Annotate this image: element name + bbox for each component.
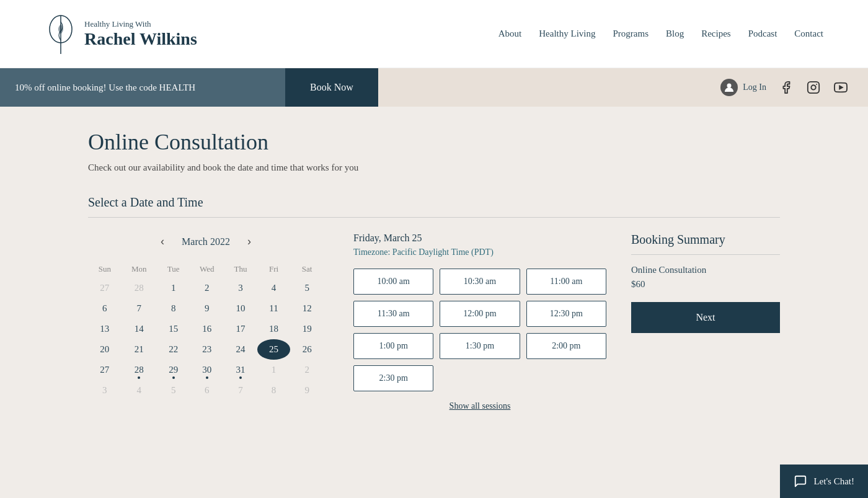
time-slot-button[interactable]: 2:00 pm <box>526 333 606 359</box>
day-header-tue: Tue <box>157 260 190 278</box>
time-slot-button[interactable]: 1:30 pm <box>440 333 520 359</box>
show-all-sessions-link[interactable]: Show all sessions <box>353 401 606 411</box>
chat-label: Let's Chat! <box>813 476 854 487</box>
calendar-day[interactable]: 22 <box>157 339 190 360</box>
calendar-day[interactable]: 2 <box>290 360 324 380</box>
calendar-day[interactable]: 4 <box>257 278 291 298</box>
calendar-day[interactable]: 7 <box>122 298 157 319</box>
calendar-day[interactable]: 30 <box>190 360 224 380</box>
time-slot-button[interactable]: 12:30 pm <box>526 301 606 327</box>
nav-contact[interactable]: Contact <box>794 29 823 39</box>
calendar-time-area: ‹ March 2022 › Sun Mon Tue Wed <box>88 233 606 411</box>
calendar-day[interactable]: 14 <box>122 319 157 339</box>
calendar-day[interactable]: 26 <box>290 339 324 360</box>
page-title: Online Consultation <box>88 129 780 155</box>
svg-rect-3 <box>808 82 819 93</box>
calendar-day[interactable]: 16 <box>190 319 224 339</box>
instagram-icon[interactable] <box>806 80 821 95</box>
calendar-day[interactable]: 5 <box>290 278 324 298</box>
calendar-day[interactable]: 8 <box>257 380 291 401</box>
time-slot-button[interactable]: 10:00 am <box>353 269 433 295</box>
calendar-prev-button[interactable]: ‹ <box>156 233 169 251</box>
calendar-day[interactable]: 1 <box>257 360 291 380</box>
calendar-day[interactable]: 9 <box>290 380 324 401</box>
nav-blog[interactable]: Blog <box>666 29 684 39</box>
time-slots-grid: 10:00 am10:30 am11:00 am11:30 am12:00 pm… <box>353 269 606 391</box>
calendar-day[interactable]: 18 <box>257 319 291 339</box>
summary-service-name: Online Consultation <box>631 265 780 275</box>
calendar-day[interactable]: 8 <box>157 298 190 319</box>
calendar-day[interactable]: 3 <box>88 380 122 401</box>
calendar-day[interactable]: 13 <box>88 319 122 339</box>
day-header-mon: Mon <box>122 260 157 278</box>
time-slot-button[interactable]: 2:30 pm <box>353 365 433 391</box>
calendar-day[interactable]: 24 <box>224 339 257 360</box>
calendar-day[interactable]: 27 <box>88 360 122 380</box>
book-now-button[interactable]: Book Now <box>285 68 378 107</box>
calendar-day[interactable]: 31 <box>224 360 257 380</box>
nav-healthy-living[interactable]: Healthy Living <box>539 29 595 39</box>
calendar-day[interactable]: 28 <box>122 360 157 380</box>
chat-icon <box>794 474 807 488</box>
calendar-day[interactable]: 25 <box>257 339 291 360</box>
calendar-day[interactable]: 6 <box>190 380 224 401</box>
summary-price: $60 <box>631 279 780 290</box>
calendar-day[interactable]: 27 <box>88 278 122 298</box>
calendar-day[interactable]: 15 <box>157 319 190 339</box>
calendar-grid: Sun Mon Tue Wed Thu Fri Sat 272812345678… <box>88 260 324 401</box>
next-button[interactable]: Next <box>631 302 780 333</box>
day-header-wed: Wed <box>190 260 224 278</box>
calendar-month-year: March 2022 <box>182 236 230 247</box>
nav-recipes[interactable]: Recipes <box>701 29 730 39</box>
calendar-day[interactable]: 7 <box>224 380 257 401</box>
calendar-next-button[interactable]: › <box>242 233 256 251</box>
calendar-day[interactable]: 28 <box>122 278 157 298</box>
selected-date-label: Friday, March 25 <box>353 233 606 244</box>
logo-area[interactable]: Healthy Living With Rachel Wilkins <box>45 12 197 56</box>
calendar-day[interactable]: 6 <box>88 298 122 319</box>
promo-text-area: 10% off online booking! Use the code HEA… <box>0 68 285 107</box>
time-slot-button[interactable]: 12:00 pm <box>440 301 520 327</box>
calendar-day[interactable]: 10 <box>224 298 257 319</box>
time-slot-button[interactable]: 11:00 am <box>526 269 606 295</box>
nav-about[interactable]: About <box>498 29 522 39</box>
site-header: Healthy Living With Rachel Wilkins About… <box>0 0 868 68</box>
day-header-fri: Fri <box>257 260 291 278</box>
calendar-day[interactable]: 4 <box>122 380 157 401</box>
calendar-day[interactable]: 17 <box>224 319 257 339</box>
calendar-day[interactable]: 1 <box>157 278 190 298</box>
nav-programs[interactable]: Programs <box>613 29 649 39</box>
svg-marker-5 <box>839 86 843 89</box>
calendar-day[interactable]: 20 <box>88 339 122 360</box>
section-divider <box>88 217 780 218</box>
calendar-day[interactable]: 2 <box>190 278 224 298</box>
chat-button[interactable]: Let's Chat! <box>780 465 868 498</box>
booking-area: ‹ March 2022 › Sun Mon Tue Wed <box>88 233 780 411</box>
calendar-day[interactable]: 21 <box>122 339 157 360</box>
time-slots-area: Friday, March 25 Timezone: Pacific Dayli… <box>353 233 606 411</box>
nav-podcast[interactable]: Podcast <box>748 29 777 39</box>
calendar-day[interactable]: 23 <box>190 339 224 360</box>
section-title-date-time: Select a Date and Time <box>88 195 780 210</box>
calendar-day[interactable]: 19 <box>290 319 324 339</box>
time-slot-button[interactable]: 11:30 am <box>353 301 433 327</box>
facebook-icon[interactable] <box>779 80 794 95</box>
time-slot-button[interactable]: 1:00 pm <box>353 333 433 359</box>
time-slot-button[interactable]: 10:30 am <box>440 269 520 295</box>
calendar-day[interactable]: 3 <box>224 278 257 298</box>
calendar-day[interactable]: 9 <box>190 298 224 319</box>
day-header-sun: Sun <box>88 260 122 278</box>
availability-dot <box>138 376 140 379</box>
login-area[interactable]: Log In <box>720 79 766 96</box>
calendar: ‹ March 2022 › Sun Mon Tue Wed <box>88 233 324 401</box>
calendar-day[interactable]: 5 <box>157 380 190 401</box>
right-panel: Booking Summary Online Consultation $60 … <box>631 233 780 333</box>
calendar-day[interactable]: 11 <box>257 298 291 319</box>
page-subtitle: Check out our availability and book the … <box>88 162 780 173</box>
youtube-icon[interactable] <box>833 80 848 95</box>
main-content: Online Consultation Check out our availa… <box>43 107 825 436</box>
calendar-day[interactable]: 12 <box>290 298 324 319</box>
booking-summary-title: Booking Summary <box>631 233 780 247</box>
calendar-day[interactable]: 29 <box>157 360 190 380</box>
day-header-sat: Sat <box>290 260 324 278</box>
